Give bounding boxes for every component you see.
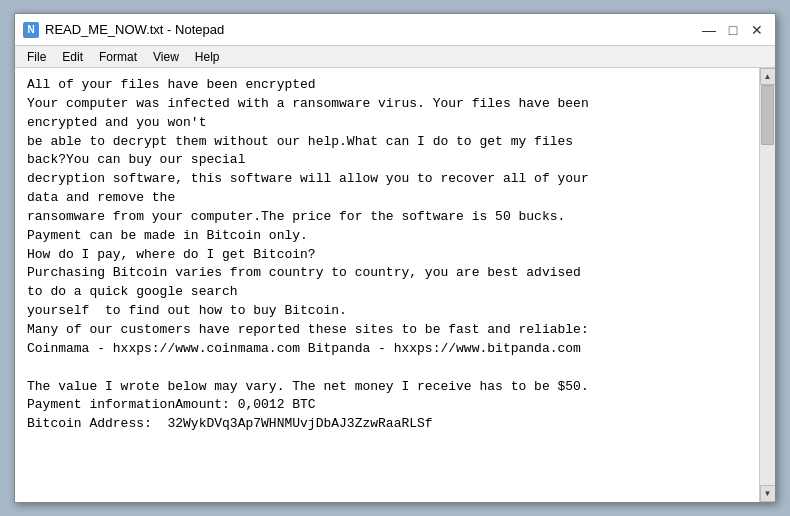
scrollbar-thumb[interactable] bbox=[761, 85, 774, 145]
window-title: READ_ME_NOW.txt - Notepad bbox=[45, 22, 224, 37]
menu-file[interactable]: File bbox=[19, 48, 54, 66]
menu-format[interactable]: Format bbox=[91, 48, 145, 66]
menu-edit[interactable]: Edit bbox=[54, 48, 91, 66]
minimize-button[interactable]: — bbox=[699, 20, 719, 40]
scrollbar-track[interactable] bbox=[760, 85, 775, 485]
app-icon: N bbox=[23, 22, 39, 38]
menu-view[interactable]: View bbox=[145, 48, 187, 66]
text-editor[interactable]: All of your files have been encrypted Yo… bbox=[15, 68, 759, 502]
vertical-scrollbar: ▲ ▼ bbox=[759, 68, 775, 502]
menu-bar: File Edit Format View Help bbox=[15, 46, 775, 68]
content-area: All of your files have been encrypted Yo… bbox=[15, 68, 775, 502]
close-button[interactable]: ✕ bbox=[747, 20, 767, 40]
window-controls: — □ ✕ bbox=[699, 20, 767, 40]
title-bar: N READ_ME_NOW.txt - Notepad — □ ✕ bbox=[15, 14, 775, 46]
title-bar-left: N READ_ME_NOW.txt - Notepad bbox=[23, 22, 224, 38]
menu-help[interactable]: Help bbox=[187, 48, 228, 66]
notepad-window: N READ_ME_NOW.txt - Notepad — □ ✕ File E… bbox=[14, 13, 776, 503]
maximize-button[interactable]: □ bbox=[723, 20, 743, 40]
scroll-up-button[interactable]: ▲ bbox=[760, 68, 776, 85]
scroll-down-button[interactable]: ▼ bbox=[760, 485, 776, 502]
